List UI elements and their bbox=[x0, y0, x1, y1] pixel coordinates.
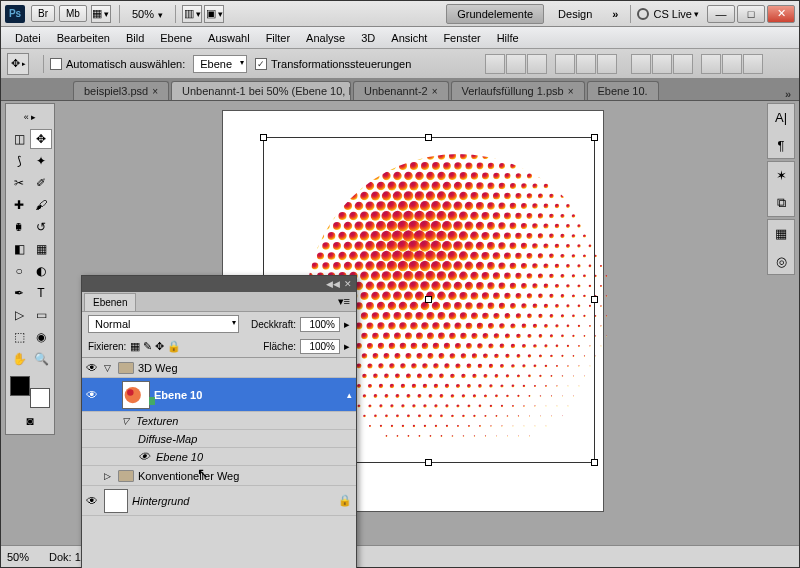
visibility-icon[interactable]: 👁 bbox=[86, 388, 100, 402]
distribute-icon[interactable] bbox=[673, 54, 693, 74]
layer-name[interactable]: Texturen bbox=[136, 415, 178, 427]
menu-analyse[interactable]: Analyse bbox=[298, 29, 353, 47]
close-icon[interactable]: × bbox=[568, 86, 574, 97]
fill-field[interactable] bbox=[300, 339, 340, 354]
lock-all-icon[interactable]: 🔒 bbox=[167, 340, 181, 353]
collapse-icon[interactable]: « ▸ bbox=[8, 107, 52, 127]
brush-tool[interactable]: 🖌 bbox=[30, 195, 52, 215]
transform-handle[interactable] bbox=[591, 134, 598, 141]
transform-handle[interactable] bbox=[425, 134, 432, 141]
move-tool[interactable]: ✥ bbox=[30, 129, 52, 149]
maximize-button[interactable]: □ bbox=[737, 5, 765, 23]
align-icon[interactable] bbox=[576, 54, 596, 74]
color-swatches[interactable] bbox=[8, 374, 52, 410]
blur-tool[interactable]: ○ bbox=[8, 261, 30, 281]
healing-tool[interactable]: ✚ bbox=[8, 195, 30, 215]
disclosure-icon[interactable]: ▽ bbox=[104, 363, 114, 373]
magic-wand-tool[interactable]: ✦ bbox=[30, 151, 52, 171]
eyedropper-tool[interactable]: ✐ bbox=[30, 173, 52, 193]
stamp-tool[interactable]: ⧯ bbox=[8, 217, 30, 237]
transform-center[interactable] bbox=[425, 296, 432, 303]
dodge-tool[interactable]: ◐ bbox=[30, 261, 52, 281]
tab-ebenen[interactable]: Ebenen bbox=[84, 293, 136, 311]
menu-filter[interactable]: Filter bbox=[258, 29, 298, 47]
layer-sub[interactable]: 👁 Ebene 10 bbox=[82, 448, 356, 466]
layer-thumbnail[interactable] bbox=[122, 381, 150, 409]
bridge-button[interactable]: Br bbox=[31, 5, 55, 22]
layer-sub[interactable]: ▽ Texturen bbox=[82, 412, 356, 430]
layer-group[interactable]: ▷ Konventioneller Weg bbox=[82, 466, 356, 486]
layer-row[interactable]: 👁 Hintergrund 🔒 bbox=[82, 486, 356, 516]
transform-handle[interactable] bbox=[591, 296, 598, 303]
blend-mode-dropdown[interactable]: Normal bbox=[88, 315, 239, 333]
eraser-tool[interactable]: ◧ bbox=[8, 239, 30, 259]
layer-name[interactable]: Ebene 10 bbox=[156, 451, 203, 463]
layer-name[interactable]: 3D Weg bbox=[138, 362, 178, 374]
minibridge-button[interactable]: Mb bbox=[59, 5, 87, 22]
menu-ansicht[interactable]: Ansicht bbox=[383, 29, 435, 47]
doc-tab[interactable]: Verlaufsfüllung 1.psb× bbox=[451, 81, 585, 100]
layer-name[interactable]: Konventioneller Weg bbox=[138, 470, 239, 482]
path-select-tool[interactable]: ▷ bbox=[8, 305, 30, 325]
navigator-panel-icon[interactable]: ▦ bbox=[772, 224, 790, 242]
clone-panel-icon[interactable]: ⧉ bbox=[772, 194, 790, 212]
foreground-color[interactable] bbox=[10, 376, 30, 396]
fill-slider-icon[interactable]: ▸ bbox=[344, 340, 350, 353]
menu-3d[interactable]: 3D bbox=[353, 29, 383, 47]
align-icon[interactable] bbox=[527, 54, 547, 74]
auto-select-mode-dropdown[interactable]: Ebene bbox=[193, 55, 247, 73]
marquee-tool[interactable]: ◫ bbox=[8, 129, 30, 149]
auto-select-checkbox[interactable] bbox=[50, 58, 62, 70]
view-extras-button[interactable]: ▦▾ bbox=[91, 5, 111, 23]
transform-handle[interactable] bbox=[260, 134, 267, 141]
swatches-panel-icon[interactable]: ◎ bbox=[772, 252, 790, 270]
close-button[interactable]: ✕ bbox=[767, 5, 795, 23]
distribute-icon[interactable] bbox=[652, 54, 672, 74]
layer-name[interactable]: Diffuse-Map bbox=[138, 433, 197, 445]
transform-handle[interactable] bbox=[591, 459, 598, 466]
distribute-icon[interactable] bbox=[743, 54, 763, 74]
menu-bild[interactable]: Bild bbox=[118, 29, 152, 47]
distribute-icon[interactable] bbox=[701, 54, 721, 74]
workspace-more[interactable]: » bbox=[612, 8, 618, 20]
panel-menu-icon[interactable]: ▾≡ bbox=[332, 295, 356, 308]
close-icon[interactable]: × bbox=[432, 86, 438, 97]
opacity-field[interactable] bbox=[300, 317, 340, 332]
layer-row[interactable]: 👁 Ebene 10 ▴ bbox=[82, 378, 356, 412]
gradient-tool[interactable]: ▦ bbox=[30, 239, 52, 259]
pen-tool[interactable]: ✒ bbox=[8, 283, 30, 303]
visibility-icon[interactable]: 👁 bbox=[86, 361, 100, 375]
close-icon[interactable]: × bbox=[152, 86, 158, 97]
paragraph-panel-icon[interactable]: ¶ bbox=[772, 136, 790, 154]
character-panel-icon[interactable]: A| bbox=[772, 108, 790, 126]
crop-tool[interactable]: ✂ bbox=[8, 173, 30, 193]
menu-fenster[interactable]: Fenster bbox=[435, 29, 488, 47]
arrange-docs-button[interactable]: ▥▾ bbox=[182, 5, 202, 23]
status-zoom[interactable]: 50% bbox=[7, 551, 29, 563]
disclosure-icon[interactable]: ▽ bbox=[122, 416, 132, 426]
lasso-tool[interactable]: ⟆ bbox=[8, 151, 30, 171]
doc-tab[interactable]: Unbenannt-2× bbox=[353, 81, 448, 100]
3d-camera-tool[interactable]: ◉ bbox=[30, 327, 52, 347]
align-icon[interactable] bbox=[506, 54, 526, 74]
lock-transparency-icon[interactable]: ▦ bbox=[130, 340, 140, 353]
screen-mode-button[interactable]: ▣▾ bbox=[204, 5, 224, 23]
menu-auswahl[interactable]: Auswahl bbox=[200, 29, 258, 47]
3d-tool[interactable]: ⬚ bbox=[8, 327, 30, 347]
layer-group[interactable]: 👁 ▽ 3D Weg bbox=[82, 358, 356, 378]
panel-header[interactable]: ◀◀ ✕ bbox=[82, 276, 356, 292]
quickmask-tool[interactable]: ◙ bbox=[8, 411, 52, 431]
menu-hilfe[interactable]: Hilfe bbox=[489, 29, 527, 47]
layer-name[interactable]: Hintergrund bbox=[132, 495, 189, 507]
history-brush-tool[interactable]: ↺ bbox=[30, 217, 52, 237]
minimize-button[interactable]: — bbox=[707, 5, 735, 23]
transform-controls-checkbox[interactable] bbox=[255, 58, 267, 70]
menu-bearbeiten[interactable]: Bearbeiten bbox=[49, 29, 118, 47]
menu-ebene[interactable]: Ebene bbox=[152, 29, 200, 47]
close-icon[interactable]: ✕ bbox=[344, 279, 352, 289]
workspace-grundelemente[interactable]: Grundelemente bbox=[446, 4, 544, 24]
shape-tool[interactable]: ▭ bbox=[30, 305, 52, 325]
tabs-overflow[interactable]: » bbox=[785, 88, 791, 100]
distribute-icon[interactable] bbox=[631, 54, 651, 74]
doc-tab[interactable]: Unbenannt-1 bei 50% (Ebene 10, RGB/8) *× bbox=[171, 81, 351, 100]
